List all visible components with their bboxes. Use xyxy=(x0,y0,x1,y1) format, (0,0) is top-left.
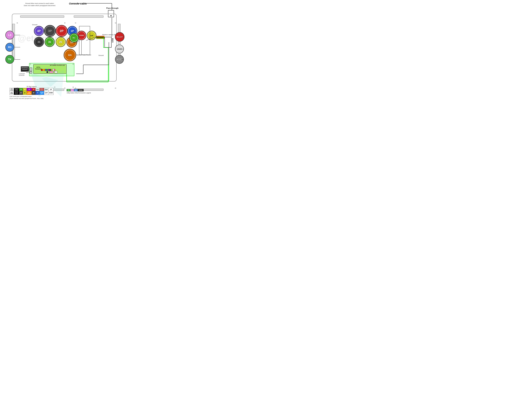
right-side-panel xyxy=(118,24,120,59)
utility-table: TK L3 R3 GRND xyxy=(67,89,84,91)
button-left[interactable]: Left xyxy=(87,31,96,40)
green-corner-tr xyxy=(54,63,55,65)
button-start[interactable]: START xyxy=(115,44,124,53)
button-home[interactable]: HOME xyxy=(115,55,124,64)
pcb-dot xyxy=(46,71,48,73)
top-rail-left xyxy=(20,15,64,18)
bitbang-label: BIT BANG PLAYER LED xyxy=(50,65,65,66)
green-corner-br2 xyxy=(73,87,74,88)
usb-label: USB xyxy=(111,38,114,43)
corner-screw-tl xyxy=(17,22,18,24)
screw-bot-mid2 xyxy=(75,88,76,89)
corner-screw-tr xyxy=(115,22,116,24)
utility-legend-label: Utility Button Wire/Connectors Legend xyxy=(67,92,91,94)
button-4k[interactable]: 4k xyxy=(34,37,44,47)
button-right[interactable]: Ric xyxy=(69,33,79,43)
screw-bot-mid xyxy=(64,88,65,89)
legend-notes: Color wired goes to designated button. 2… xyxy=(10,95,54,100)
stickless-ground-label: Stickless Cable Ground xyxy=(76,54,91,56)
utility-legend: TK L3 R3 GRND Utility Button Wire/Connec… xyxy=(67,89,91,93)
stickless-20pin-label: Stickless cable to 20pin xyxy=(102,34,117,36)
ground-label-right: Ground xyxy=(99,55,104,56)
usb-connector-box xyxy=(104,37,112,48)
button-2k[interactable]: 2k xyxy=(56,37,66,47)
button-r3[interactable]: R3 xyxy=(5,43,14,52)
left-side-panel xyxy=(12,24,15,59)
top-rail-right xyxy=(74,15,103,18)
button-l3[interactable]: L3 xyxy=(5,31,14,39)
green-corner-tr2 xyxy=(73,63,74,65)
button-2P[interactable]: 2P xyxy=(56,25,68,37)
legend-title: 20 Pin Legend xyxy=(10,86,54,88)
pin-strip xyxy=(41,69,55,71)
button-tk[interactable]: TK xyxy=(5,55,14,64)
green-corner-tl xyxy=(30,63,31,65)
ls-rs-dp-label: LS/RS/DPconnector xyxy=(19,73,25,76)
pcb-white-block xyxy=(55,71,57,73)
green-corner-br xyxy=(54,87,55,88)
universal-board: UNIVERSAL UFB-UPS xyxy=(21,66,29,72)
button-4P[interactable]: 4P xyxy=(34,26,44,36)
corner-screw-br xyxy=(115,88,116,89)
button-3P[interactable]: 3P xyxy=(44,25,56,37)
pin20-legend-table: NOTUSED GroundUtility 3k 1K 4P 2P Start … xyxy=(10,88,54,95)
cable-strip-container xyxy=(96,36,104,39)
screw-top-mid xyxy=(64,22,65,24)
pcb-pink-block xyxy=(49,71,54,73)
main-diagram: Ground Wire must connect to each button … xyxy=(0,0,133,100)
connector-box-2 xyxy=(30,71,32,74)
pass-through-label: Pass through xyxy=(106,7,119,9)
legend-area: 20 Pin Legend NOTUSED GroundUtility 3k 1… xyxy=(10,86,54,99)
button-select[interactable]: SELECT xyxy=(115,32,124,42)
ground-label-top: Ground xyxy=(32,24,37,25)
screw-top-mid2 xyxy=(75,22,76,24)
connector-box-1 xyxy=(30,68,32,71)
button-up[interactable]: Un xyxy=(64,49,76,61)
top-note: Ground Wire must connect to each button … xyxy=(24,2,55,7)
button-3k[interactable]: 3k xyxy=(44,37,55,47)
pin20-connector-label: 20 PinConnector xyxy=(35,66,42,70)
console-cable-label: Console cable xyxy=(69,2,87,5)
